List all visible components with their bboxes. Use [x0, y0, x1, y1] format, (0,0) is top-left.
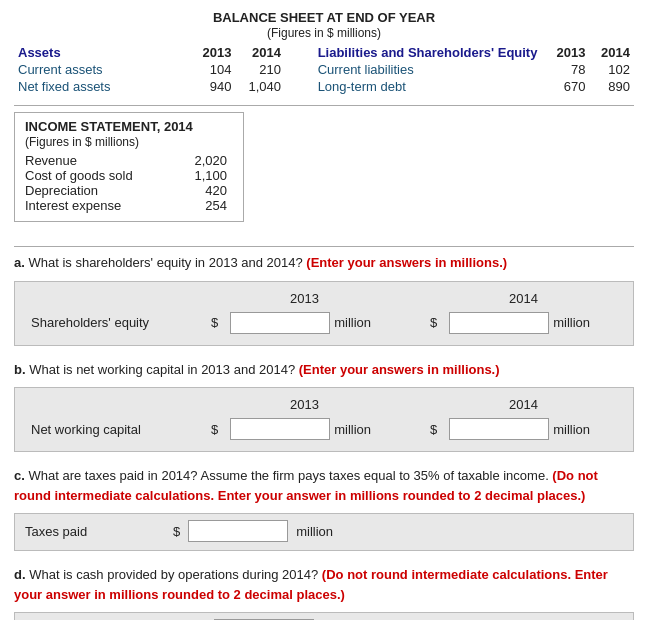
dollar-sign-2014: $: [424, 309, 443, 337]
unit-2014: million: [553, 422, 590, 437]
answer-row-label: Net working capital: [25, 415, 205, 443]
income-subtitle: (Figures in $ millions): [25, 135, 227, 149]
income-row-value: 2,020: [177, 153, 227, 168]
spacer: [404, 288, 424, 309]
year-2014-header: 2014: [424, 394, 623, 415]
income-row-label: Depreciation: [25, 183, 98, 198]
question-b-section: b. What is net working capital in 2013 a…: [14, 360, 634, 453]
income-row-value: 420: [177, 183, 227, 198]
question-highlight: (Enter your answers in millions.): [306, 255, 507, 270]
answer-table: 2013 2014 Shareholders' equity $ million…: [25, 288, 623, 337]
unit-2013: million: [334, 422, 371, 437]
answer-input-2014-cell: million: [443, 415, 623, 443]
bs-right-label: Long-term debt: [314, 78, 545, 95]
spacer: [404, 394, 424, 415]
bs-year2013-header: 2013: [186, 44, 235, 61]
bs-right-2013: 78: [545, 61, 590, 78]
question-letter: c.: [14, 468, 25, 483]
bs-left-2014: 1,040: [236, 78, 285, 95]
single-answer-wrap: Taxes paid $ million: [14, 513, 634, 551]
unit-2014: million: [553, 315, 590, 330]
bs-left-2013: 104: [186, 61, 235, 78]
single-answer-label: Taxes paid: [25, 524, 165, 539]
question-letter: a.: [14, 255, 25, 270]
question-text: b. What is net working capital in 2013 a…: [14, 360, 634, 380]
answer-input-2013-cell: million: [224, 309, 404, 337]
question-highlight: (Do not round intermediate calculations.…: [14, 468, 598, 503]
answer-input-2014-cell: million: [443, 309, 623, 337]
income-row: Cost of goods sold1,100: [25, 168, 227, 183]
income-row-label: Revenue: [25, 153, 77, 168]
income-row-value: 254: [177, 198, 227, 213]
income-row: Interest expense254: [25, 198, 227, 213]
divider-1: [14, 105, 634, 106]
divider-2: [14, 246, 634, 247]
question-highlight: (Enter your answers in millions.): [299, 362, 500, 377]
answer-input-2014[interactable]: [449, 418, 549, 440]
income-statement-section: INCOME STATEMENT, 2014 (Figures in $ mil…: [14, 112, 634, 236]
single-answer-input[interactable]: [188, 520, 288, 542]
dollar-sign-single: $: [173, 524, 180, 539]
bs-right-label: Current liabilities: [314, 61, 545, 78]
bs-left-2014: 210: [236, 61, 285, 78]
balance-sheet-section: BALANCE SHEET AT END OF YEAR (Figures in…: [14, 10, 634, 95]
answer-label-spacer: [25, 288, 205, 309]
single-unit: million: [296, 524, 333, 539]
income-rows: Revenue2,020Cost of goods sold1,100Depre…: [25, 153, 227, 213]
year-2014-header: 2014: [424, 288, 623, 309]
year-2013-header: 2013: [205, 288, 404, 309]
bs-year2014-header: 2014: [236, 44, 285, 61]
answer-input-2014[interactable]: [449, 312, 549, 334]
income-row: Depreciation420: [25, 183, 227, 198]
spacer2: [404, 309, 424, 337]
bs-right-2013: 670: [545, 78, 590, 95]
balance-sheet-table: Assets 2013 2014 Liabilities and Shareho…: [14, 44, 634, 95]
question-text: a. What is shareholders' equity in 2013 …: [14, 253, 634, 273]
question-text: c. What are taxes paid in 2014? Assume t…: [14, 466, 634, 505]
income-row-value: 1,100: [177, 168, 227, 183]
income-row-label: Interest expense: [25, 198, 121, 213]
balance-sheet-title: BALANCE SHEET AT END OF YEAR: [14, 10, 634, 25]
dollar-sign-2013: $: [205, 415, 224, 443]
liab-2014-header: 2014: [589, 44, 634, 61]
answer-table-wrap: 2013 2014 Shareholders' equity $ million…: [14, 281, 634, 346]
balance-sheet-subtitle: (Figures in $ millions): [14, 26, 634, 40]
answer-input-2013[interactable]: [230, 418, 330, 440]
answer-table-wrap: 2013 2014 Net working capital $ million …: [14, 387, 634, 452]
question-a-section: a. What is shareholders' equity in 2013 …: [14, 253, 634, 346]
question-d-section: d. What is cash provided by operations d…: [14, 565, 634, 620]
answer-table: 2013 2014 Net working capital $ million …: [25, 394, 623, 443]
income-statement-box: INCOME STATEMENT, 2014 (Figures in $ mil…: [14, 112, 244, 222]
single-answer-wrap: Cash provided by operations $ million: [14, 612, 634, 620]
income-row: Revenue2,020: [25, 153, 227, 168]
spacer2: [404, 415, 424, 443]
bs-left-label: Net fixed assets: [14, 78, 186, 95]
question-letter: d.: [14, 567, 26, 582]
question-c-section: c. What are taxes paid in 2014? Assume t…: [14, 466, 634, 551]
question-highlight: (Do not round intermediate calculations.…: [14, 567, 608, 602]
bs-left-label: Current assets: [14, 61, 186, 78]
answer-label-spacer: [25, 394, 205, 415]
dollar-sign-2013: $: [205, 309, 224, 337]
bs-right-2014: 890: [589, 78, 634, 95]
questions-container: a. What is shareholders' equity in 2013 …: [14, 253, 634, 620]
income-row-label: Cost of goods sold: [25, 168, 133, 183]
dollar-sign-2014: $: [424, 415, 443, 443]
liab-header: Liabilities and Shareholders' Equity: [314, 44, 545, 61]
question-text: d. What is cash provided by operations d…: [14, 565, 634, 604]
liab-2013-header: 2013: [545, 44, 590, 61]
answer-input-2013-cell: million: [224, 415, 404, 443]
assets-header: Assets: [14, 44, 186, 61]
income-title: INCOME STATEMENT, 2014: [25, 119, 227, 134]
answer-input-2013[interactable]: [230, 312, 330, 334]
question-letter: b.: [14, 362, 26, 377]
bs-right-2014: 102: [589, 61, 634, 78]
year-2013-header: 2013: [205, 394, 404, 415]
answer-row-label: Shareholders' equity: [25, 309, 205, 337]
unit-2013: million: [334, 315, 371, 330]
bs-left-2013: 940: [186, 78, 235, 95]
